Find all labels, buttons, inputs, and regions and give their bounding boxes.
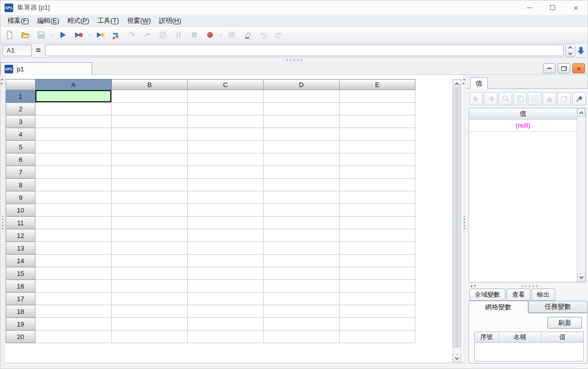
cell-C6[interactable] — [188, 153, 264, 166]
cell-A5[interactable] — [35, 141, 112, 153]
menu-item-t[interactable]: 工具(T) — [93, 15, 123, 26]
formula-input[interactable] — [45, 45, 564, 56]
cell-C7[interactable] — [188, 166, 264, 179]
cell-C8[interactable] — [188, 179, 264, 191]
row-header-10[interactable]: 10 — [6, 204, 35, 217]
cell-B2[interactable] — [112, 103, 188, 115]
cell-B13[interactable] — [112, 242, 188, 255]
run-to-cursor-icon[interactable] — [109, 28, 122, 42]
row-header-19[interactable]: 19 — [6, 318, 35, 331]
cell-E16[interactable] — [340, 280, 415, 293]
cell-E20[interactable] — [340, 331, 415, 343]
cell-E19[interactable] — [340, 318, 415, 331]
cell-D8[interactable] — [264, 179, 340, 191]
cell-D12[interactable] — [264, 229, 340, 242]
value-cell-null[interactable]: (null) — [469, 119, 577, 132]
step-return-icon[interactable] — [141, 28, 154, 42]
cell-B12[interactable] — [112, 229, 188, 242]
cell-text-icon[interactable] — [528, 92, 541, 105]
tab-value[interactable]: 值 — [470, 77, 488, 89]
menu-item-f[interactable]: 檔案(F) — [4, 15, 33, 26]
row-header-1[interactable]: 1 — [6, 90, 35, 103]
cell-D15[interactable] — [264, 267, 340, 280]
cell-E8[interactable] — [340, 179, 415, 191]
cell-E14[interactable] — [340, 255, 415, 267]
cell-A3[interactable] — [35, 115, 112, 128]
minimize-button[interactable] — [518, 1, 541, 15]
scroll-up-button[interactable] — [577, 108, 585, 117]
scroll-down-button[interactable] — [577, 273, 585, 282]
cell-E2[interactable] — [340, 103, 415, 115]
cell-A12[interactable] — [35, 229, 112, 242]
cell-A1[interactable] — [35, 90, 112, 103]
row-header-2[interactable]: 2 — [6, 103, 35, 115]
row-header-20[interactable]: 20 — [6, 331, 35, 343]
collapse-arrows-icon[interactable]: ▴▾ — [471, 284, 477, 288]
close-button[interactable]: × — [564, 1, 587, 15]
cell-B1[interactable] — [112, 90, 188, 103]
row-header-5[interactable]: 5 — [6, 141, 35, 153]
stop-icon[interactable] — [188, 28, 201, 42]
cell-B15[interactable] — [112, 267, 188, 280]
chart-icon[interactable] — [542, 92, 556, 105]
cell-B6[interactable] — [112, 153, 188, 166]
new-file-icon[interactable] — [3, 28, 16, 42]
formula-splitter[interactable] — [1, 57, 587, 62]
forward-icon[interactable] — [484, 92, 497, 105]
cell-B10[interactable] — [112, 204, 188, 217]
row-header-11[interactable]: 11 — [6, 217, 35, 229]
cell-D14[interactable] — [264, 255, 340, 267]
cell-B18[interactable] — [112, 305, 188, 318]
cell-E1[interactable] — [340, 90, 415, 103]
cell-D16[interactable] — [264, 280, 340, 293]
row-header-13[interactable]: 13 — [6, 242, 35, 255]
cell-C3[interactable] — [188, 115, 264, 128]
row-header-15[interactable]: 15 — [6, 267, 35, 280]
column-header-A[interactable]: A — [35, 79, 112, 90]
cell-C11[interactable] — [188, 217, 264, 229]
column-header-D[interactable]: D — [264, 79, 340, 90]
run-icon[interactable] — [56, 28, 69, 42]
tab-view[interactable]: 查看 — [507, 289, 530, 301]
cell-E12[interactable] — [340, 229, 415, 242]
pause-icon[interactable] — [172, 28, 185, 42]
cell-B3[interactable] — [112, 115, 188, 128]
cell-D17[interactable] — [264, 293, 340, 305]
tab-output[interactable]: 輸出 — [531, 289, 555, 301]
cell-C5[interactable] — [188, 141, 264, 153]
document-close-button[interactable]: × — [572, 63, 585, 73]
cell-A9[interactable] — [35, 191, 112, 204]
refresh-button[interactable]: 刷新 — [548, 317, 582, 329]
properties-icon[interactable] — [557, 92, 571, 105]
cell-D7[interactable] — [264, 166, 340, 179]
cell-D1[interactable] — [264, 90, 340, 103]
cell-C1[interactable] — [188, 90, 264, 103]
menu-item-h[interactable]: 説明(H) — [155, 15, 185, 26]
column-header-C[interactable]: C — [188, 79, 264, 90]
cell-B20[interactable] — [112, 331, 188, 343]
cell-C10[interactable] — [188, 204, 264, 217]
spinner-up-icon[interactable] — [568, 46, 572, 50]
undo-icon[interactable] — [257, 28, 270, 42]
row-header-6[interactable]: 6 — [6, 153, 35, 166]
row-header-7[interactable]: 7 — [6, 166, 35, 179]
cell-B17[interactable] — [112, 293, 188, 305]
spinner-down-icon[interactable] — [568, 51, 572, 55]
cell-A16[interactable] — [35, 280, 112, 293]
cell-B5[interactable] — [112, 141, 188, 153]
debug-run-icon[interactable] — [72, 28, 85, 42]
cell-C14[interactable] — [188, 255, 264, 267]
breakpoint-icon[interactable] — [203, 28, 217, 42]
cell-A19[interactable] — [35, 318, 112, 331]
row-header-16[interactable]: 16 — [6, 280, 35, 293]
copy-icon[interactable] — [513, 92, 527, 105]
cell-B11[interactable] — [112, 217, 188, 229]
cell-B16[interactable] — [112, 280, 188, 293]
cell-A4[interactable] — [35, 128, 112, 141]
cell-E18[interactable] — [340, 305, 415, 318]
document-minimize-button[interactable] — [543, 63, 556, 73]
grid-corner-cell[interactable] — [6, 79, 35, 90]
cell-D6[interactable] — [264, 153, 340, 166]
collapse-arrows-icon[interactable]: ◂▸ — [1, 77, 3, 85]
cell-E4[interactable] — [340, 128, 415, 141]
